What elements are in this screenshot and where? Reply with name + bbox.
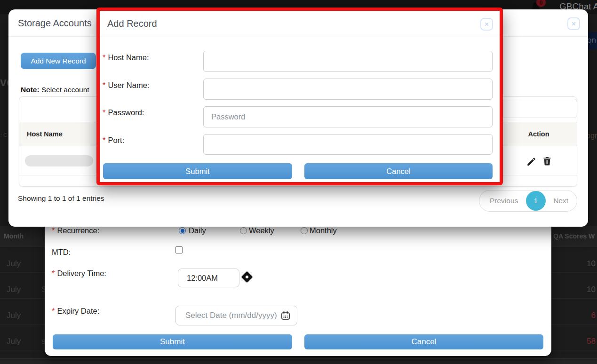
qa-score-value: 10 bbox=[587, 259, 596, 269]
password-label: *Password: bbox=[103, 108, 144, 117]
note-label: Note: bbox=[21, 86, 40, 94]
host-name-label: *Host Name: bbox=[103, 53, 149, 62]
port-label: *Port: bbox=[103, 136, 124, 145]
add-new-record-button[interactable]: Add New Record bbox=[21, 53, 96, 69]
radio-daily[interactable] bbox=[179, 227, 186, 234]
schedule-form-panel: *Recurrence: Daily Weekly Monthly MTD: *… bbox=[45, 207, 551, 356]
delivery-time-input[interactable] bbox=[178, 269, 239, 287]
row-divider bbox=[0, 246, 45, 247]
background-bottom-strip bbox=[0, 358, 597, 364]
radio-weekly[interactable] bbox=[240, 227, 247, 234]
table-row: July bbox=[7, 337, 21, 346]
entries-info-text: Showing 1 to 1 of 1 entries bbox=[18, 194, 104, 203]
row-divider bbox=[551, 350, 597, 350]
qa-score-value: 58 bbox=[587, 337, 596, 346]
pagination-page-1[interactable]: 1 bbox=[526, 191, 546, 211]
required-marker: * bbox=[52, 307, 55, 315]
table-row: July bbox=[7, 311, 21, 320]
calendar-icon[interactable] bbox=[281, 311, 290, 320]
row-divider bbox=[0, 298, 45, 299]
table-row: July bbox=[7, 285, 21, 294]
pagination-next[interactable]: Next bbox=[553, 197, 568, 205]
row-divider bbox=[551, 272, 597, 273]
host-name-redacted-value bbox=[25, 155, 93, 166]
mtd-checkbox[interactable] bbox=[175, 246, 183, 253]
background-column-month: Month bbox=[4, 232, 24, 240]
qa-score-value: 6 bbox=[591, 311, 596, 320]
radio-monthly-label[interactable]: Monthly bbox=[310, 226, 337, 235]
host-name-field[interactable] bbox=[203, 51, 493, 72]
radio-daily-label[interactable]: Daily bbox=[189, 226, 206, 235]
password-field[interactable] bbox=[203, 106, 493, 127]
background-partial-text-left: : C bbox=[0, 132, 7, 138]
row-divider bbox=[0, 324, 45, 324]
expiry-date-label: *Expiry Date: bbox=[52, 307, 99, 316]
required-marker: * bbox=[103, 108, 105, 117]
row-divider bbox=[551, 298, 597, 299]
edit-pencil-icon[interactable] bbox=[526, 157, 535, 166]
add-record-title: Add Record bbox=[107, 18, 157, 29]
pagination-previous[interactable]: Previous bbox=[490, 197, 518, 205]
pagination: Previous 1 Next bbox=[479, 190, 577, 212]
required-marker: * bbox=[103, 53, 105, 62]
row-divider bbox=[0, 272, 45, 273]
time-picker-target-icon[interactable] bbox=[241, 271, 253, 283]
required-marker: * bbox=[103, 81, 105, 89]
storage-close-icon[interactable]: × bbox=[567, 17, 580, 30]
add-record-submit-button[interactable]: Submit bbox=[103, 163, 292, 179]
port-field[interactable] bbox=[203, 134, 493, 155]
user-name-field[interactable] bbox=[203, 79, 493, 100]
radio-monthly[interactable] bbox=[301, 227, 308, 234]
expiry-date-input[interactable] bbox=[175, 306, 297, 325]
add-record-close-icon[interactable]: × bbox=[480, 18, 493, 31]
required-marker: * bbox=[52, 226, 55, 235]
header-divider bbox=[100, 37, 500, 37]
mtd-label: MTD: bbox=[52, 248, 71, 257]
radio-weekly-label[interactable]: Weekly bbox=[249, 226, 274, 235]
qa-score-value: 10 bbox=[587, 285, 596, 294]
required-marker: * bbox=[52, 269, 55, 277]
schedule-submit-button[interactable]: Submit bbox=[53, 334, 292, 349]
required-marker: * bbox=[103, 136, 105, 144]
row-divider bbox=[0, 350, 45, 350]
background-column-qa-scores: QA Scores W bbox=[553, 232, 595, 240]
add-record-modal: Add Record × *Host Name: *User Name: *Pa… bbox=[96, 8, 503, 185]
column-header-action: Action bbox=[518, 130, 559, 138]
storage-modal-title: Storage Accounts bbox=[18, 18, 92, 29]
delivery-time-label: *Delivery Time: bbox=[52, 269, 106, 278]
row-divider bbox=[551, 324, 597, 324]
delete-trash-icon[interactable] bbox=[542, 156, 552, 166]
user-name-label: *User Name: bbox=[103, 81, 149, 90]
screen: 0 GBChat Ad on ve : C ogr Month July Jul… bbox=[0, 0, 597, 364]
note-text: Note: Select account bbox=[21, 86, 89, 94]
table-row: July bbox=[7, 259, 21, 269]
recurrence-label: *Recurrence: bbox=[52, 226, 99, 235]
column-header-host-name: Host Name bbox=[27, 130, 63, 138]
add-record-cancel-button[interactable]: Cancel bbox=[304, 163, 493, 179]
row-divider bbox=[551, 246, 597, 247]
schedule-cancel-button[interactable]: Cancel bbox=[304, 334, 543, 349]
